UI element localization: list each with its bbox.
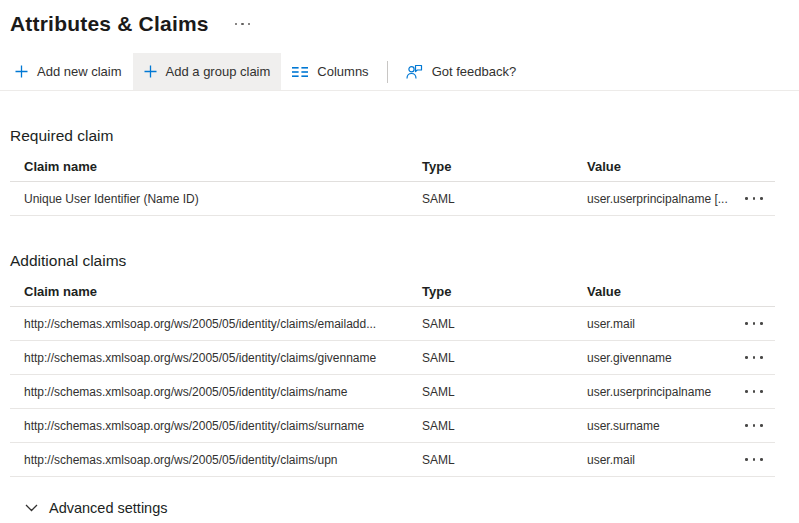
row-context-menu-button[interactable] <box>745 352 763 363</box>
columns-icon <box>292 66 308 78</box>
ellipsis-icon <box>235 23 238 26</box>
row-context-menu-button[interactable] <box>745 454 763 465</box>
type-cell: SAML <box>422 419 587 433</box>
table-row[interactable]: http://schemas.xmlsoap.org/ws/2005/05/id… <box>10 409 775 443</box>
table-header-row: Claim name Type Value <box>10 277 775 307</box>
table-row[interactable]: http://schemas.xmlsoap.org/ws/2005/05/id… <box>10 443 775 477</box>
ellipsis-icon <box>745 197 748 200</box>
add-group-claim-button[interactable]: Add a group claim <box>133 53 282 90</box>
ellipsis-icon <box>745 424 748 427</box>
column-header-value: Value <box>587 159 745 174</box>
feedback-icon <box>406 64 423 80</box>
column-header-type: Type <box>422 159 587 174</box>
value-cell: user.mail <box>587 317 745 331</box>
columns-button[interactable]: Columns <box>281 53 379 90</box>
column-header-claim-name: Claim name <box>10 159 422 174</box>
required-claim-heading: Required claim <box>10 126 799 146</box>
value-cell: user.mail <box>587 453 745 467</box>
column-header-value: Value <box>587 284 745 299</box>
row-context-menu-button[interactable] <box>745 193 763 204</box>
got-feedback-label: Got feedback? <box>432 64 517 79</box>
columns-label: Columns <box>317 64 368 79</box>
type-cell: SAML <box>422 385 587 399</box>
claim-name-cell: http://schemas.xmlsoap.org/ws/2005/05/id… <box>10 385 422 399</box>
row-context-menu-button[interactable] <box>745 420 763 431</box>
type-cell: SAML <box>422 192 587 206</box>
add-new-claim-button[interactable]: Add new claim <box>4 53 133 90</box>
table-row[interactable]: http://schemas.xmlsoap.org/ws/2005/05/id… <box>10 341 775 375</box>
page-title: Attributes & Claims <box>10 10 209 38</box>
row-context-menu-button[interactable] <box>745 318 763 329</box>
plus-icon <box>144 65 157 78</box>
type-cell: SAML <box>422 317 587 331</box>
ellipsis-icon <box>745 322 748 325</box>
row-context-menu-button[interactable] <box>745 386 763 397</box>
value-cell: user.userprincipalname [... <box>587 192 745 206</box>
advanced-settings-label: Advanced settings <box>49 500 168 516</box>
add-group-claim-label: Add a group claim <box>166 64 271 79</box>
claim-name-cell: http://schemas.xmlsoap.org/ws/2005/05/id… <box>10 351 422 365</box>
plus-icon <box>15 65 28 78</box>
required-claim-table: Claim name Type Value Unique User Identi… <box>10 152 775 216</box>
ellipsis-icon <box>745 390 748 393</box>
table-row[interactable]: Unique User Identifier (Name ID) SAML us… <box>10 182 775 216</box>
column-header-claim-name: Claim name <box>10 284 422 299</box>
claim-name-cell: Unique User Identifier (Name ID) <box>10 192 422 206</box>
value-cell: user.userprincipalname <box>587 385 745 399</box>
command-bar: Add new claim Add a group claim Columns <box>0 53 799 91</box>
ellipsis-icon <box>745 458 748 461</box>
chevron-down-icon <box>25 504 38 512</box>
value-cell: user.givenname <box>587 351 745 365</box>
value-cell: user.surname <box>587 419 745 433</box>
claim-name-cell: http://schemas.xmlsoap.org/ws/2005/05/id… <box>10 453 422 467</box>
attributes-claims-page: Attributes & Claims Add new claim Add a … <box>0 0 799 523</box>
page-header: Attributes & Claims <box>0 0 799 38</box>
column-header-type: Type <box>422 284 587 299</box>
type-cell: SAML <box>422 351 587 365</box>
table-header-row: Claim name Type Value <box>10 152 775 182</box>
table-row[interactable]: http://schemas.xmlsoap.org/ws/2005/05/id… <box>10 375 775 409</box>
additional-claims-table: Claim name Type Value http://schemas.xml… <box>10 277 775 477</box>
advanced-settings-toggle[interactable]: Advanced settings <box>25 500 168 516</box>
additional-claims-heading: Additional claims <box>10 251 799 271</box>
type-cell: SAML <box>422 453 587 467</box>
claim-name-cell: http://schemas.xmlsoap.org/ws/2005/05/id… <box>10 419 422 433</box>
got-feedback-button[interactable]: Got feedback? <box>395 53 528 90</box>
table-row[interactable]: http://schemas.xmlsoap.org/ws/2005/05/id… <box>10 307 775 341</box>
page-context-menu-button[interactable] <box>231 19 255 30</box>
add-new-claim-label: Add new claim <box>37 64 122 79</box>
ellipsis-icon <box>745 356 748 359</box>
toolbar-divider <box>387 61 388 83</box>
claim-name-cell: http://schemas.xmlsoap.org/ws/2005/05/id… <box>10 317 422 331</box>
